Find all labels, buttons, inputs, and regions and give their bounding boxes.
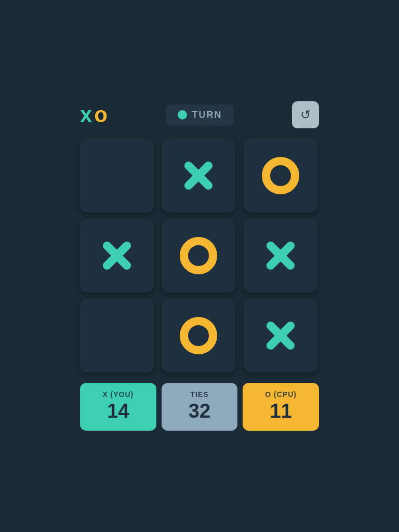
- o-mark: [180, 317, 217, 354]
- x-mark: [99, 237, 135, 274]
- cell-0[interactable]: [80, 139, 154, 212]
- cell-6[interactable]: [80, 299, 154, 373]
- o-mark: [262, 157, 299, 194]
- turn-x-icon: [178, 110, 187, 119]
- logo-x: x: [80, 102, 92, 127]
- game-container: x o TURN ↺: [80, 101, 319, 431]
- turn-x-mark: [178, 110, 187, 119]
- cell-1[interactable]: [162, 139, 235, 212]
- x-mark: [180, 157, 217, 194]
- turn-label: TURN: [192, 110, 222, 121]
- o-mark: [180, 237, 217, 274]
- x-mark: [262, 317, 299, 354]
- logo-o: o: [94, 102, 108, 127]
- reset-button[interactable]: ↺: [292, 101, 319, 128]
- cell-3[interactable]: [80, 219, 154, 292]
- reset-icon: ↺: [300, 108, 311, 122]
- turn-indicator: TURN: [166, 104, 234, 126]
- ties-score-value: 32: [189, 401, 210, 422]
- x-score-card: X (YOU) 14: [80, 383, 156, 431]
- cell-4[interactable]: [162, 219, 235, 292]
- o-score-value: 11: [270, 401, 292, 422]
- cell-8[interactable]: [244, 299, 317, 373]
- x-score-label: X (YOU): [102, 390, 134, 398]
- ties-score-label: TIES: [190, 390, 208, 398]
- ties-score-card: TIES 32: [162, 383, 238, 431]
- cell-2[interactable]: [244, 139, 317, 212]
- x-mark: [262, 237, 299, 274]
- cell-5[interactable]: [244, 219, 317, 292]
- x-score-value: 14: [107, 401, 129, 422]
- logo: x o: [80, 102, 108, 127]
- header: x o TURN ↺: [80, 101, 319, 128]
- o-score-card: O (CPU) 11: [243, 383, 319, 431]
- o-score-label: O (CPU): [265, 390, 297, 398]
- cell-7[interactable]: [162, 299, 235, 373]
- game-board: [80, 139, 319, 373]
- scoreboard: X (YOU) 14 TIES 32 O (CPU) 11: [80, 383, 319, 431]
